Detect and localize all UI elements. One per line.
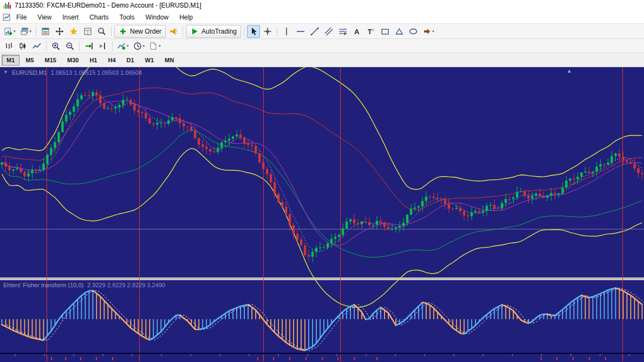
standard-toolbar: ▾▾New OrderAutoTradingFAT▾ bbox=[0, 24, 644, 39]
dropdown-caret-icon[interactable]: ▾ bbox=[143, 44, 145, 48]
ellipse-tool-button[interactable] bbox=[407, 25, 420, 38]
autotrading-button-label: AutoTrading bbox=[201, 28, 237, 35]
crosshair-tool-button[interactable] bbox=[261, 25, 274, 38]
dropdown-caret-icon[interactable]: ▾ bbox=[14, 29, 16, 34]
dropdown-caret-icon[interactable]: ▾ bbox=[127, 44, 129, 48]
triangle-tool-button[interactable] bbox=[393, 25, 406, 38]
timeframe-m30-button[interactable]: M30 bbox=[62, 55, 83, 66]
navigator-icon bbox=[55, 27, 64, 36]
text-tool-button[interactable]: A bbox=[350, 25, 363, 38]
horizontal-line-tool-button[interactable] bbox=[294, 25, 307, 38]
favorites-icon bbox=[69, 27, 78, 36]
timeframe-mn-button[interactable]: MN bbox=[160, 55, 179, 66]
favorites-button[interactable] bbox=[67, 25, 80, 38]
toolbar-separator bbox=[46, 41, 47, 51]
timeframe-h1-button[interactable]: H1 bbox=[84, 55, 102, 66]
alerts-button[interactable] bbox=[167, 25, 180, 38]
menu-file[interactable]: File bbox=[11, 12, 32, 23]
svg-text:A: A bbox=[354, 28, 360, 36]
zoom-out-icon bbox=[66, 42, 74, 50]
menu-charts[interactable]: Charts bbox=[84, 12, 114, 23]
timeframe-w1-button[interactable]: W1 bbox=[140, 55, 159, 66]
search-button[interactable] bbox=[95, 25, 108, 38]
auto-scroll-button[interactable] bbox=[82, 40, 95, 53]
bars-chart-icon bbox=[4, 42, 13, 50]
timeframe-h4-button[interactable]: H4 bbox=[103, 55, 120, 66]
toolbar-separator bbox=[36, 27, 36, 36]
timeframe-m5-button[interactable]: M5 bbox=[21, 55, 38, 66]
new-chart-icon bbox=[4, 27, 12, 36]
toolbar-separator bbox=[112, 41, 113, 51]
toolbar-separator bbox=[111, 27, 112, 36]
chart-canvas[interactable] bbox=[0, 67, 644, 362]
templates-icon bbox=[149, 42, 158, 50]
toolbar-separator bbox=[244, 27, 244, 36]
zoom-out-button[interactable] bbox=[63, 40, 76, 53]
templates-button[interactable]: ▾ bbox=[147, 40, 162, 53]
chart-shift-icon bbox=[99, 42, 107, 50]
dropdown-caret-icon[interactable]: ▾ bbox=[432, 29, 434, 34]
chart-area[interactable]: ▼ EURUSD,M1 1.06513 1.06515 1.06503 1.06… bbox=[0, 67, 644, 362]
equidistant-channel-tool-button[interactable] bbox=[322, 25, 335, 38]
rectangle-tool-button[interactable] bbox=[379, 25, 392, 38]
svg-text:F: F bbox=[344, 31, 347, 36]
menu-help[interactable]: Help bbox=[174, 12, 198, 23]
candlestick-chart-button[interactable] bbox=[16, 40, 29, 53]
timeframe-d1-button[interactable]: D1 bbox=[122, 55, 139, 66]
data-window-button[interactable] bbox=[81, 25, 94, 38]
trendline-tool-button[interactable] bbox=[308, 25, 321, 38]
line-chart-button[interactable] bbox=[30, 40, 43, 53]
titlebar: 71133350: FXCM-EURDemo01 - Demo Account … bbox=[0, 0, 644, 11]
menubar: FileViewInsertChartsToolsWindowHelp bbox=[0, 11, 644, 24]
alerts-icon bbox=[169, 27, 178, 36]
menu-view[interactable]: View bbox=[32, 12, 57, 23]
vertical-line-tool-button[interactable] bbox=[280, 25, 293, 38]
charts-toolbar: ▾▾▾ bbox=[0, 39, 644, 53]
text-label-tool-button[interactable]: T bbox=[365, 25, 378, 38]
svg-text:T: T bbox=[368, 28, 372, 36]
data-window-icon bbox=[83, 27, 92, 36]
crosshair-icon bbox=[263, 27, 272, 36]
bar-chart-button[interactable] bbox=[2, 40, 15, 53]
new-order-button[interactable]: New Order bbox=[114, 25, 166, 38]
cursor-icon bbox=[249, 27, 258, 36]
menu-items: FileViewInsertChartsToolsWindowHelp bbox=[11, 14, 198, 21]
indicators-button[interactable]: ▾ bbox=[115, 40, 131, 53]
chart-window-icon[interactable] bbox=[2, 13, 11, 22]
text-icon: A bbox=[353, 27, 361, 36]
periods-button[interactable]: ▾ bbox=[132, 40, 147, 53]
menu-window[interactable]: Window bbox=[140, 12, 174, 23]
autotrading-button[interactable]: AutoTrading bbox=[186, 25, 241, 38]
dropdown-caret-icon[interactable]: ▾ bbox=[30, 29, 32, 34]
vline-icon bbox=[282, 27, 291, 36]
tline-icon bbox=[310, 27, 319, 36]
auto-scroll-icon bbox=[84, 42, 93, 50]
toolbar-separator bbox=[277, 27, 277, 36]
cursor-tool-button[interactable] bbox=[247, 25, 260, 38]
dropdown-caret-icon[interactable]: ▾ bbox=[159, 44, 161, 48]
zoom-in-button[interactable] bbox=[49, 40, 62, 53]
toolbar-separator bbox=[183, 27, 183, 36]
triangle-shape-icon bbox=[395, 27, 404, 36]
timeframe-m15-button[interactable]: M15 bbox=[40, 55, 61, 66]
play-icon bbox=[190, 27, 199, 36]
market-watch-button[interactable] bbox=[39, 25, 52, 38]
menu-tools[interactable]: Tools bbox=[114, 12, 140, 23]
fibonacci-retracement-tool-button[interactable]: F bbox=[336, 25, 349, 38]
navigator-button[interactable] bbox=[53, 25, 66, 38]
arrows-icon bbox=[422, 27, 431, 36]
toolbar-separator bbox=[79, 41, 80, 51]
mt4-window: 71133350: FXCM-EURDemo01 - Demo Account … bbox=[0, 0, 644, 362]
arrows-tool-button[interactable]: ▾ bbox=[421, 25, 436, 38]
label-icon: T bbox=[367, 27, 375, 36]
new-chart-button[interactable]: ▾ bbox=[2, 25, 17, 38]
order-plus-icon bbox=[119, 27, 127, 36]
timeframe-m1-button[interactable]: M1 bbox=[2, 55, 19, 66]
fibo-icon: F bbox=[339, 27, 347, 36]
rect-shape-icon bbox=[381, 27, 389, 36]
profiles-button[interactable]: ▾ bbox=[18, 25, 34, 38]
menu-insert[interactable]: Insert bbox=[57, 12, 84, 23]
market-watch-icon bbox=[41, 27, 50, 36]
search-icon bbox=[97, 27, 106, 36]
chart-shift-button[interactable] bbox=[96, 40, 109, 53]
